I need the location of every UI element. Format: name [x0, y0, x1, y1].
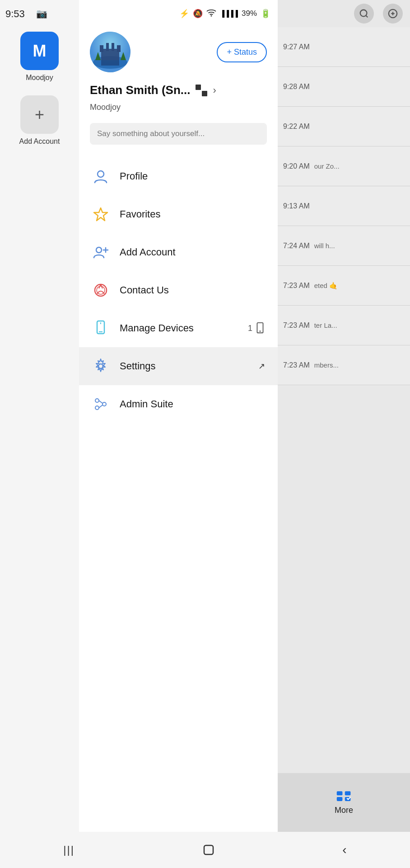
svg-rect-12 — [101, 49, 119, 60]
status-input[interactable] — [90, 123, 267, 145]
svg-rect-40 — [204, 845, 213, 854]
menu-item-manage-devices[interactable]: Manage Devices 1 — [79, 309, 278, 347]
chat-item[interactable]: 9:27 AM — [278, 27, 410, 67]
settings-label: Settings — [120, 360, 245, 372]
more-icons — [336, 790, 352, 803]
nav-menu-button[interactable]: ||| — [63, 844, 75, 856]
sidebar-account-item[interactable]: M Moodjoy — [20, 32, 59, 82]
avatar: M — [20, 32, 59, 70]
svg-rect-16 — [112, 43, 114, 51]
signal-icon: ▐▐▐▐ — [220, 10, 238, 17]
qr-code-icon[interactable] — [196, 85, 207, 96]
menu-item-contact-us[interactable]: Contact Us — [79, 271, 278, 309]
add-account-menu-label: Add Account — [120, 246, 265, 258]
menu-item-profile[interactable]: Profile — [79, 157, 278, 195]
battery-percent: 39% — [242, 9, 257, 18]
cursor-arrow: ↗ — [258, 361, 265, 371]
status-time: 9:53 — [5, 8, 25, 20]
nav-home-button[interactable] — [201, 843, 216, 857]
contact-us-menu-icon — [92, 281, 110, 299]
manage-devices-menu-icon — [92, 319, 110, 337]
svg-point-20 — [98, 171, 104, 177]
bottom-more-panel[interactable]: More — [278, 773, 410, 832]
drawer-menu: Profile Favorites Add Account — [79, 154, 278, 868]
expand-chevron-icon[interactable]: › — [213, 85, 216, 96]
svg-rect-19 — [101, 60, 119, 66]
profile-label: Profile — [120, 170, 265, 182]
contact-us-label: Contact Us — [120, 284, 265, 296]
svg-rect-15 — [106, 43, 109, 51]
chat-item[interactable]: 7:24 AMwill h... — [278, 226, 410, 266]
user-name: Ethan Smith (Sn... — [90, 83, 190, 97]
menu-item-add-account[interactable]: Add Account — [79, 233, 278, 271]
battery-icon: 🔋 — [261, 9, 270, 19]
camera-status-icon: 📷 — [36, 8, 47, 19]
more-label: More — [335, 806, 353, 815]
svg-point-35 — [95, 399, 99, 402]
drawer-status-bar: ⚡ 🔕 ▐▐▐▐ 39% 🔋 — [79, 0, 278, 27]
favorites-label: Favorites — [120, 208, 265, 220]
bluetooth-icon: ⚡ — [179, 9, 189, 19]
add-account-menu-icon — [92, 243, 110, 261]
svg-line-38 — [99, 401, 102, 403]
chat-item[interactable]: 7:23 AMeted 🤙 — [278, 266, 410, 306]
android-nav-bar: ||| ‹ — [0, 832, 410, 868]
svg-rect-14 — [117, 45, 121, 52]
organization-label: Moodjoy — [90, 103, 267, 112]
svg-rect-13 — [100, 45, 103, 52]
search-icon[interactable] — [354, 4, 374, 24]
chat-item[interactable]: 9:28 AM — [278, 67, 410, 107]
sidebar-add-account[interactable]: + Add Account — [19, 95, 60, 146]
svg-rect-6 — [336, 797, 342, 801]
chat-list-peek: 9:27 AM 9:28 AM 9:22 AM 9:20 AMour Zo...… — [278, 0, 410, 868]
wifi-icon — [206, 9, 216, 19]
svg-rect-7 — [345, 791, 350, 795]
settings-menu-icon — [92, 357, 110, 375]
favorites-menu-icon — [92, 205, 110, 223]
admin-suite-label: Admin Suite — [120, 398, 265, 410]
sidebar: 9:53 📷 M Moodjoy + Add Account — [0, 0, 79, 868]
svg-point-9 — [211, 15, 212, 16]
drawer-panel: ⚡ 🔕 ▐▐▐▐ 39% 🔋 — [79, 0, 278, 868]
account-label: Moodjoy — [26, 74, 53, 82]
manage-devices-label: Manage Devices — [120, 322, 238, 334]
menu-item-settings[interactable]: Settings ↗ — [79, 347, 278, 385]
menu-item-favorites[interactable]: Favorites — [79, 195, 278, 233]
svg-line-39 — [99, 405, 102, 408]
svg-rect-5 — [336, 791, 342, 795]
chat-item[interactable]: 9:22 AM — [278, 107, 410, 146]
chat-item[interactable]: 9:20 AMour Zo... — [278, 146, 410, 186]
add-account-icon: + — [20, 95, 59, 134]
name-row: Ethan Smith (Sn... › — [90, 83, 267, 97]
profile-avatar[interactable] — [90, 32, 130, 72]
svg-line-1 — [366, 15, 368, 17]
add-chat-icon[interactable] — [383, 4, 403, 24]
mute-icon: 🔕 — [193, 9, 203, 19]
admin-suite-menu-icon — [92, 395, 110, 413]
add-account-label: Add Account — [19, 137, 60, 146]
svg-marker-21 — [94, 208, 107, 221]
svg-point-37 — [102, 402, 106, 406]
svg-point-0 — [360, 10, 367, 17]
nav-back-button[interactable]: ‹ — [342, 843, 346, 857]
status-button[interactable]: + Status — [217, 42, 267, 62]
profile-menu-icon — [92, 167, 110, 185]
menu-item-admin-suite[interactable]: Admin Suite — [79, 385, 278, 423]
svg-point-22 — [96, 247, 102, 253]
chat-list: 9:27 AM 9:28 AM 9:22 AM 9:20 AMour Zo...… — [278, 27, 410, 385]
chat-header — [278, 0, 410, 27]
user-row: + Status — [90, 32, 267, 72]
chat-item[interactable]: 7:23 AMter La... — [278, 306, 410, 345]
svg-point-36 — [95, 406, 99, 410]
chat-item[interactable]: 7:23 AMmbers... — [278, 345, 410, 385]
chat-item[interactable]: 9:13 AM — [278, 186, 410, 226]
devices-badge: 1 — [248, 322, 265, 335]
